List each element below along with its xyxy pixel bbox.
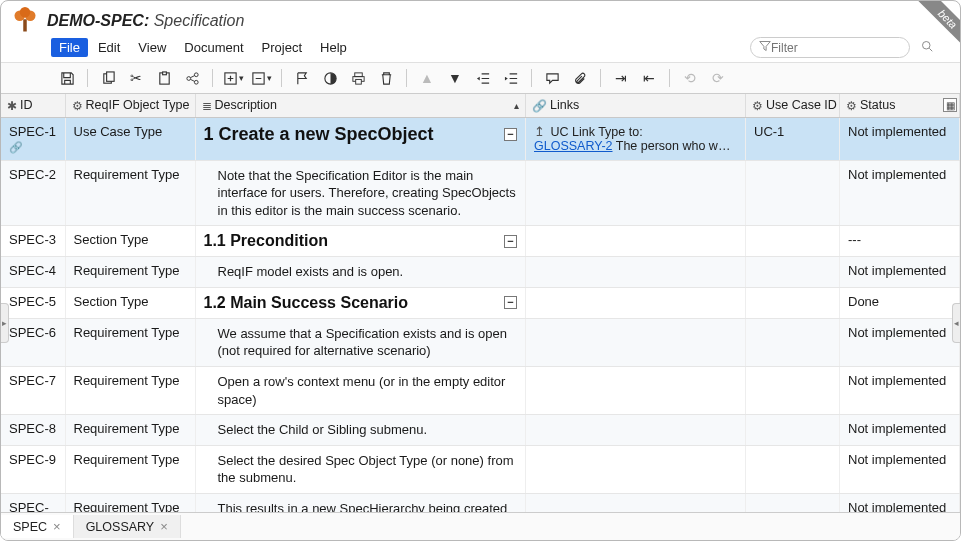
collapse-toggle-icon[interactable]: − — [504, 235, 517, 248]
move-up-icon[interactable]: ▲ — [415, 67, 439, 89]
left-panel-expander[interactable]: ▸ — [1, 303, 9, 343]
gear-icon: ⚙ — [752, 99, 763, 113]
row-ucid — [746, 257, 840, 288]
collapse-toggle-icon[interactable]: − — [504, 128, 517, 141]
svg-rect-7 — [106, 71, 114, 80]
add-child-icon[interactable]: ▾ — [221, 67, 245, 89]
table-row[interactable]: SPEC-4Requirement TypeReqIF model exists… — [1, 257, 960, 288]
table-row[interactable]: SPEC-1🔗Use Case Type1 Create a new SpecO… — [1, 117, 960, 160]
link-target[interactable]: GLOSSARY-2 — [534, 139, 613, 153]
gear-icon: ⚙ — [846, 99, 857, 113]
col-links[interactable]: 🔗Links — [526, 94, 746, 117]
title-prefix: DEMO-SPEC: — [47, 12, 149, 29]
indent-icon[interactable] — [499, 67, 523, 89]
row-type: Use Case Type — [65, 117, 195, 160]
row-desc: Select the desired Spec Object Type (or … — [204, 452, 518, 487]
svg-point-10 — [186, 76, 190, 80]
row-ucid — [746, 445, 840, 493]
row-status: --- — [840, 226, 960, 257]
expand-right-icon[interactable]: ⇥ — [609, 67, 633, 89]
filter-box[interactable] — [750, 37, 910, 58]
cut-icon[interactable]: ✂ — [124, 67, 148, 89]
asterisk-icon: ✱ — [7, 99, 17, 113]
menu-document[interactable]: Document — [176, 38, 251, 57]
delete-icon[interactable] — [374, 67, 398, 89]
row-status: Done — [840, 287, 960, 318]
text-lines-icon: ≣ — [202, 99, 212, 113]
paste-icon[interactable] — [152, 67, 176, 89]
svg-rect-23 — [355, 79, 361, 84]
row-ucid — [746, 318, 840, 366]
link-type-label: UC Link Type to: — [547, 125, 643, 139]
row-type: Requirement Type — [65, 366, 195, 414]
table-row[interactable]: SPEC-7Requirement TypeOpen a row's conte… — [1, 366, 960, 414]
attachment-icon[interactable] — [568, 67, 592, 89]
share-icon[interactable] — [180, 67, 204, 89]
spec-table-wrap: ▸ ◂ ✱ID ⚙ReqIF Object Type ≣Description▴… — [1, 94, 960, 512]
remove-icon[interactable]: ▾ — [249, 67, 273, 89]
tab-spec[interactable]: SPEC × — [1, 515, 74, 538]
move-down-icon[interactable]: ▼ — [443, 67, 467, 89]
svg-line-14 — [190, 79, 194, 81]
col-ucid[interactable]: ⚙Use Case ID — [746, 94, 840, 117]
col-status[interactable]: ⚙Status ▦ — [840, 94, 960, 117]
close-icon[interactable]: × — [53, 519, 61, 534]
row-id: SPEC-8 — [9, 421, 57, 436]
app-logo-icon — [11, 7, 39, 35]
row-id: SPEC-10 — [9, 500, 57, 512]
print-icon[interactable] — [346, 67, 370, 89]
row-type: Requirement Type — [65, 445, 195, 493]
row-status: Not implemented — [840, 117, 960, 160]
svg-rect-21 — [354, 72, 362, 76]
row-ucid — [746, 160, 840, 226]
window-title: DEMO-SPEC: Specification — [47, 12, 244, 30]
menu-help[interactable]: Help — [312, 38, 355, 57]
link-icon: 🔗 — [9, 141, 57, 154]
save-icon[interactable] — [55, 67, 79, 89]
right-panel-expander[interactable]: ◂ — [952, 303, 960, 343]
row-id: SPEC-7 — [9, 373, 57, 388]
copy-icon[interactable] — [96, 67, 120, 89]
collapse-toggle-icon[interactable]: − — [504, 296, 517, 309]
outdent-icon[interactable] — [471, 67, 495, 89]
undo-icon[interactable]: ⟲ — [678, 67, 702, 89]
row-ucid — [746, 415, 840, 446]
menu-project[interactable]: Project — [254, 38, 310, 57]
menu-edit[interactable]: Edit — [90, 38, 128, 57]
row-ucid — [746, 287, 840, 318]
sort-indicator-icon: ▴ — [514, 100, 519, 111]
filter-input[interactable] — [771, 41, 921, 55]
table-row[interactable]: SPEC-5Section Type1.2 Main Success Scena… — [1, 287, 960, 318]
col-type[interactable]: ⚙ReqIF Object Type — [65, 94, 195, 117]
menu-file[interactable]: File — [51, 38, 88, 57]
app-window: beta DEMO-SPEC: Specification File Edit … — [0, 0, 961, 541]
flag-icon[interactable] — [290, 67, 314, 89]
close-icon[interactable]: × — [160, 519, 168, 534]
table-row[interactable]: SPEC-8Requirement TypeSelect the Child o… — [1, 415, 960, 446]
svg-point-11 — [194, 72, 198, 76]
table-row[interactable]: SPEC-3Section Type1.1 Precondition−--- — [1, 226, 960, 257]
row-desc: Open a row's context menu (or in the emp… — [204, 373, 518, 408]
menu-view[interactable]: View — [130, 38, 174, 57]
collapse-left-icon[interactable]: ⇤ — [637, 67, 661, 89]
row-status: Not implemented — [840, 493, 960, 512]
table-row[interactable]: SPEC-10Requirement TypeThis results in a… — [1, 493, 960, 512]
row-status: Not implemented — [840, 366, 960, 414]
table-row[interactable]: SPEC-9Requirement TypeSelect the desired… — [1, 445, 960, 493]
col-id[interactable]: ✱ID — [1, 94, 65, 117]
row-id: SPEC-1 — [9, 124, 57, 139]
col-desc[interactable]: ≣Description▴ — [195, 94, 526, 117]
row-type: Section Type — [65, 226, 195, 257]
column-config-icon[interactable]: ▦ — [943, 98, 957, 112]
table-row[interactable]: SPEC-2Requirement TypeNote that the Spec… — [1, 160, 960, 226]
row-id: SPEC-3 — [9, 232, 57, 247]
table-row[interactable]: SPEC-6Requirement TypeWe assume that a S… — [1, 318, 960, 366]
bottom-tabs: SPEC × GLOSSARY × — [1, 512, 960, 540]
row-id: SPEC-6 — [9, 325, 57, 340]
filter-icon — [759, 40, 771, 55]
redo-icon[interactable]: ⟳ — [706, 67, 730, 89]
comment-icon[interactable] — [540, 67, 564, 89]
tab-glossary[interactable]: GLOSSARY × — [74, 515, 181, 538]
half-circle-icon[interactable] — [318, 67, 342, 89]
row-status: Not implemented — [840, 160, 960, 226]
